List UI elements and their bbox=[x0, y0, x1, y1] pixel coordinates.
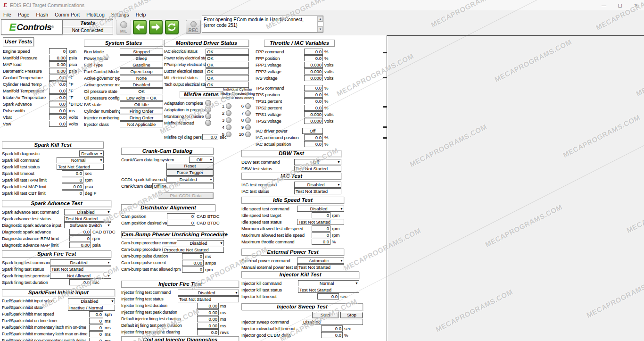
value-box[interactable]: 0.00 bbox=[62, 183, 83, 190]
value-box[interactable]: 0.0 bbox=[304, 105, 323, 111]
value-box[interactable]: 0 bbox=[167, 213, 195, 219]
force-trigger-button[interactable]: Force Trigger bbox=[166, 169, 214, 176]
cylinder-misfire-led bbox=[245, 103, 251, 109]
value-box[interactable]: 0.0 bbox=[304, 91, 323, 98]
start-button[interactable]: Start bbox=[312, 312, 339, 318]
dropdown[interactable]: Disabled▼ bbox=[178, 290, 239, 296]
value-box[interactable]: 0 bbox=[182, 266, 204, 273]
value-box[interactable]: 0.0 bbox=[321, 325, 343, 332]
window-titlebar[interactable]: E EDIS ECI Target Communications —▢✕ bbox=[0, 0, 644, 11]
menu-item-file[interactable]: File bbox=[0, 12, 15, 17]
value-box[interactable]: 0.0 bbox=[304, 85, 323, 91]
menu-item-help[interactable]: Help bbox=[132, 12, 149, 17]
value-box[interactable]: 0 bbox=[312, 225, 330, 232]
value-box[interactable]: 0 bbox=[49, 48, 67, 54]
value-box[interactable]: 0.0 bbox=[49, 94, 67, 100]
dropdown[interactable]: Software Switch▼ bbox=[64, 222, 111, 228]
dropdown[interactable]: Off▼ bbox=[294, 159, 341, 165]
value-box[interactable]: 0.000 bbox=[304, 118, 323, 124]
tab-user-tests[interactable]: User Tests bbox=[3, 37, 34, 46]
value-box[interactable]: 0.0 bbox=[49, 75, 67, 81]
value-box[interactable]: 0.0 bbox=[62, 170, 83, 176]
value-box[interactable]: 0.0 bbox=[69, 279, 91, 285]
dropdown[interactable]: Disabled▼ bbox=[294, 182, 341, 188]
value-box[interactable]: 0 bbox=[89, 331, 103, 337]
value-box[interactable]: 0.00 bbox=[197, 303, 219, 309]
stop-button[interactable]: Stop bbox=[340, 312, 363, 318]
previous-page-button[interactable] bbox=[133, 20, 147, 34]
error-scrollbar[interactable]: ▲ ▼ bbox=[317, 16, 323, 32]
value-box[interactable]: 0.000 bbox=[304, 111, 323, 117]
value-box[interactable]: 0.0 bbox=[202, 134, 218, 140]
dropdown[interactable]: Normal▼ bbox=[57, 157, 104, 163]
close-button[interactable]: ✕ bbox=[628, 0, 644, 10]
dropdown[interactable]: Disallow▼ bbox=[79, 150, 104, 157]
value-box[interactable]: 0.000 bbox=[304, 68, 323, 75]
menu-item-plot-log[interactable]: Plot/Log bbox=[83, 12, 108, 17]
value-box[interactable]: 0.0 bbox=[49, 88, 67, 94]
menu-item-page[interactable]: Page bbox=[15, 12, 33, 17]
value-box[interactable]: 0.00 bbox=[197, 316, 219, 322]
value-box[interactable]: 0.00 bbox=[49, 55, 67, 61]
field-label: IAC driver power bbox=[256, 128, 302, 133]
value-box[interactable]: 0.0 bbox=[312, 239, 330, 245]
value-box[interactable]: 0.00 bbox=[49, 61, 67, 67]
value-box[interactable]: 0.0 bbox=[49, 108, 67, 114]
value-box[interactable]: 0.0 bbox=[49, 121, 67, 127]
menu-item-comm-port[interactable]: Comm Port bbox=[51, 12, 83, 17]
value-box[interactable]: 0.0 bbox=[89, 311, 103, 317]
value-box[interactable]: 0.00 bbox=[182, 260, 204, 266]
value-box[interactable]: 0 bbox=[62, 190, 83, 196]
value-box[interactable]: 0.000 bbox=[304, 62, 323, 68]
value-box[interactable]: 0.0 bbox=[304, 134, 323, 141]
value-box[interactable]: 0 bbox=[89, 324, 103, 331]
value-box[interactable]: 0.0 bbox=[69, 229, 91, 235]
value-box[interactable]: 0.00 bbox=[197, 323, 219, 329]
value-box[interactable]: 0.0 bbox=[304, 141, 323, 147]
value-box[interactable]: 0.000 bbox=[304, 75, 323, 81]
value-box[interactable]: 0.0 bbox=[304, 98, 323, 104]
value-box[interactable]: 0 bbox=[62, 177, 83, 183]
dropdown[interactable]: Not Allowed▼ bbox=[50, 273, 111, 279]
value-box[interactable]: 0.0 bbox=[304, 55, 323, 61]
dropdown[interactable]: Disabled▼ bbox=[64, 209, 111, 215]
window-controls: —▢✕ bbox=[596, 0, 644, 10]
menu-item-flash[interactable]: Flash bbox=[33, 12, 51, 17]
ext-power-title: External Power Test bbox=[241, 249, 344, 256]
value-box[interactable]: 0.00 bbox=[49, 68, 67, 74]
value-box[interactable]: 0.0 bbox=[49, 114, 67, 120]
dropdown[interactable]: Disabled▼ bbox=[297, 206, 344, 212]
value-box[interactable]: 0.0 bbox=[321, 332, 343, 338]
value-box[interactable]: 0 bbox=[69, 235, 91, 241]
value-box[interactable]: 0.0 bbox=[317, 293, 339, 299]
value-box[interactable]: 0.0 bbox=[197, 329, 219, 335]
value-box[interactable]: 0 bbox=[312, 212, 330, 218]
dropdown[interactable]: Off▼ bbox=[189, 157, 214, 163]
dropdown[interactable]: Normal▼ bbox=[298, 280, 359, 286]
scroll-up-icon[interactable]: ▲ bbox=[318, 16, 323, 22]
refresh-button[interactable] bbox=[165, 20, 179, 34]
dropdown[interactable]: Disabled▼ bbox=[166, 176, 214, 183]
value-box[interactable]: 0 bbox=[182, 253, 204, 259]
minimize-button[interactable]: — bbox=[596, 0, 612, 10]
field-label: Injector firing test engine clearing bbox=[121, 330, 197, 334]
rec-button[interactable]: REC bbox=[186, 20, 201, 34]
value-box[interactable]: 0.0 bbox=[49, 101, 67, 107]
value-box[interactable]: 0 bbox=[89, 338, 103, 341]
value-box[interactable]: 0.0 bbox=[304, 49, 323, 55]
value-box[interactable]: 0 bbox=[167, 220, 195, 226]
value-box[interactable]: 0.00 bbox=[69, 242, 91, 248]
maximize-button[interactable]: ▢ bbox=[612, 0, 628, 10]
dropdown[interactable]: Disabled▼ bbox=[68, 298, 115, 304]
dropdown[interactable]: Disabled▼ bbox=[177, 240, 224, 246]
dropdown[interactable]: Disabled▼ bbox=[50, 259, 111, 266]
value-box[interactable]: 0 bbox=[89, 318, 103, 324]
menu-item-settings[interactable]: Settings bbox=[108, 12, 132, 17]
value-box[interactable]: 0 bbox=[312, 232, 330, 238]
next-page-button[interactable] bbox=[149, 20, 163, 34]
reset-button[interactable]: Reset bbox=[166, 163, 214, 169]
dropdown[interactable]: Automatic▼ bbox=[297, 258, 344, 264]
value-box[interactable]: 0.00 bbox=[197, 309, 219, 316]
value-box[interactable]: 0.0 bbox=[49, 81, 67, 87]
scroll-down-icon[interactable]: ▼ bbox=[318, 26, 323, 32]
